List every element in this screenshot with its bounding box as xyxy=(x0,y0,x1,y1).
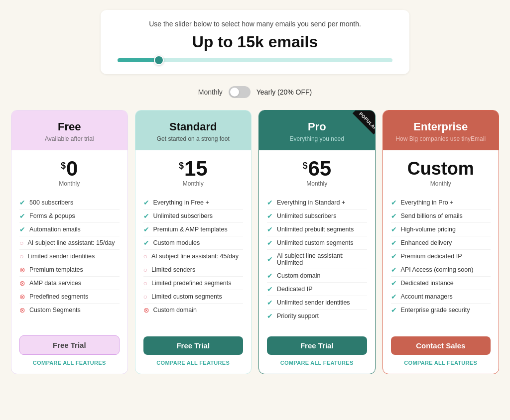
card-enterprise: Enterprise How Big companies use tinyEma… xyxy=(382,110,500,374)
feature-text: Priority support xyxy=(277,313,319,319)
check-icon: ✔ xyxy=(267,255,273,263)
feature-text: Automation emails xyxy=(29,226,81,233)
price-amount: $ 0 xyxy=(61,158,78,179)
feature-list-standard: ✔ Everything in Free + ✔ Unlimited subsc… xyxy=(143,196,244,322)
price-period: Monthly xyxy=(391,180,491,187)
cta-button-free[interactable]: Free Trial xyxy=(19,335,120,355)
feature-text: Premium & AMP templates xyxy=(153,226,228,233)
feature-text: Custom domain xyxy=(277,272,321,279)
feature-item: ✔ Enhanced delivery xyxy=(391,236,491,250)
card-footer-pro: Free Trial COMPARE ALL FEATURES xyxy=(259,336,375,374)
price-period: Monthly xyxy=(143,180,244,187)
card-title-free: Free xyxy=(19,120,120,133)
feature-item: ✔ Custom domain xyxy=(267,269,367,283)
check-icon: ✔ xyxy=(391,266,397,274)
feature-item: ✔ API Access (coming soon) xyxy=(391,263,491,277)
feature-item: ○ Limited sender identities xyxy=(19,250,120,263)
check-icon: ✔ xyxy=(267,285,273,293)
price-value: 65 xyxy=(308,158,331,179)
price-amount: $ 15 xyxy=(179,158,208,179)
price-value: 15 xyxy=(184,158,208,179)
feature-text: Limited custom segments xyxy=(151,293,222,300)
feature-text: Predefined segments xyxy=(29,293,88,300)
check-icon: ✔ xyxy=(391,212,397,220)
feature-item: ○ Limited predefined segments xyxy=(143,277,244,290)
x-icon: ⊗ xyxy=(19,293,25,301)
feature-item: ⊗ Custom domain xyxy=(143,304,244,316)
price-currency: $ xyxy=(302,161,307,170)
compare-link-free[interactable]: COMPARE ALL FEATURES xyxy=(33,360,106,366)
card-subtitle-free: Available after trial xyxy=(19,135,120,142)
feature-text: High-volume pricing xyxy=(401,226,456,233)
check-icon: ✔ xyxy=(143,199,149,207)
price-area: $ 0 Monthly xyxy=(19,158,120,187)
feature-text: Limited senders xyxy=(151,266,195,273)
price-area: $ 65 Monthly xyxy=(267,158,367,187)
feature-text: Forms & popups xyxy=(29,212,75,219)
feature-text: Unlimited subscribers xyxy=(153,212,213,219)
feature-item: ✔ Account managers xyxy=(391,290,491,304)
price-area: Custom Monthly xyxy=(391,158,491,187)
billing-toggle: Monthly Yearly (20% OFF) xyxy=(10,86,500,98)
billing-yearly-label: Yearly (20% OFF) xyxy=(256,88,312,96)
partial-icon: ○ xyxy=(143,252,147,260)
card-free: Free Available after trial $ 0 Monthly ✔… xyxy=(11,110,128,374)
check-icon: ✔ xyxy=(267,212,273,220)
cta-button-standard[interactable]: Free Trial xyxy=(143,336,244,355)
feature-text: Dedicated instance xyxy=(401,280,454,287)
feature-item: ✔ Custom modules xyxy=(143,236,244,250)
check-icon: ✔ xyxy=(267,225,273,233)
card-body-standard: $ 15 Monthly ✔ Everything in Free + ✔ Un… xyxy=(135,150,252,336)
feature-item: ✔ Priority support xyxy=(267,310,367,322)
cta-button-pro[interactable]: Free Trial xyxy=(267,336,367,355)
card-header-pro: POPULAR Pro Everything you need xyxy=(259,110,375,150)
slider-section: Use the slider below to select how many … xyxy=(101,10,409,74)
feature-text: Limited sender identities xyxy=(27,253,95,260)
compare-link-standard[interactable]: COMPARE ALL FEATURES xyxy=(156,360,230,366)
feature-item: ✔ High-volume pricing xyxy=(391,223,491,236)
partial-icon: ○ xyxy=(19,252,23,260)
check-icon: ✔ xyxy=(19,212,25,220)
compare-link-enterprise[interactable]: COMPARE ALL FEATURES xyxy=(404,360,477,366)
billing-monthly-label: Monthly xyxy=(198,88,223,96)
partial-icon: ○ xyxy=(143,266,147,274)
price-custom: Custom xyxy=(407,158,474,179)
partial-icon: ○ xyxy=(19,239,23,247)
card-title-standard: Standard xyxy=(143,120,244,133)
price-currency: $ xyxy=(179,161,184,170)
check-icon: ✔ xyxy=(391,279,397,287)
feature-item: ✔ Unlimited subscribers xyxy=(143,210,244,223)
check-icon: ✔ xyxy=(391,306,397,314)
cta-button-enterprise[interactable]: Contact Sales xyxy=(391,336,491,355)
feature-item: ⊗ Premium templates xyxy=(19,263,120,277)
feature-item: ○ AI subject line assistant: 45/day xyxy=(143,250,244,263)
feature-item: ⊗ Custom Segments xyxy=(19,304,120,316)
feature-text: Everything in Free + xyxy=(153,199,209,206)
feature-item: ○ Limited custom segments xyxy=(143,290,244,304)
feature-item: ○ Limited senders xyxy=(143,263,244,277)
card-subtitle-pro: Everything you need xyxy=(267,135,367,142)
feature-item: ✔ Automation emails xyxy=(19,223,120,236)
card-body-pro: $ 65 Monthly ✔ Everything in Standard + … xyxy=(259,150,375,336)
pricing-cards-container: Free Available after trial $ 0 Monthly ✔… xyxy=(11,110,499,374)
feature-text: Account managers xyxy=(401,293,453,300)
price-value: 0 xyxy=(66,158,78,179)
feature-item: ✔ Everything in Free + xyxy=(143,196,244,210)
slider-track[interactable] xyxy=(118,58,392,62)
feature-text: Unlimited custom segments xyxy=(277,239,354,246)
feature-text: Premium dedicated IP xyxy=(401,253,462,260)
slider-thumb[interactable] xyxy=(154,55,164,65)
feature-item: ✔ Enterprise grade security xyxy=(391,304,491,316)
feature-item: ✔ Unlimited sender identities xyxy=(267,296,367,310)
x-icon: ⊗ xyxy=(143,306,149,314)
check-icon: ✔ xyxy=(391,239,397,247)
check-icon: ✔ xyxy=(267,199,273,207)
check-icon: ✔ xyxy=(143,212,149,220)
slider-instruction: Use the slider below to select how many … xyxy=(116,20,394,28)
feature-text: API Access (coming soon) xyxy=(401,266,474,273)
check-icon: ✔ xyxy=(19,225,25,233)
check-icon: ✔ xyxy=(267,239,273,247)
billing-toggle-switch[interactable] xyxy=(229,86,251,98)
check-icon: ✔ xyxy=(143,239,149,247)
compare-link-pro[interactable]: COMPARE ALL FEATURES xyxy=(280,360,354,366)
